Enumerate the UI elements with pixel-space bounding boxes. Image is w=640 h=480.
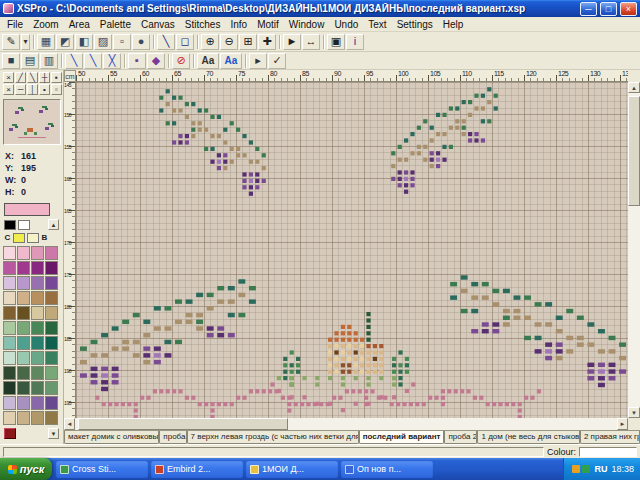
palette-swatch-47[interactable] xyxy=(31,411,44,425)
palette-swatch-23[interactable] xyxy=(31,321,44,335)
palette-swatch-27[interactable] xyxy=(31,336,44,350)
pencil-dropdown[interactable]: ▾ xyxy=(21,34,30,50)
mini-knot-stitch[interactable]: • xyxy=(39,84,50,95)
full-stitch-tool[interactable]: ▦ xyxy=(37,34,55,50)
menu-item-11[interactable]: Text xyxy=(363,19,391,30)
palette-swatch-32[interactable] xyxy=(45,351,58,365)
palette-swatch-41[interactable] xyxy=(3,396,16,410)
palette-swatch-24[interactable] xyxy=(45,321,58,335)
zoom-out-tool[interactable]: ⊖ xyxy=(220,34,238,50)
tab-7[interactable]: 2 правая них гр. xyxy=(580,431,640,444)
font-colored-button[interactable]: Aa xyxy=(220,53,242,69)
palette-swatch-8[interactable] xyxy=(45,261,58,275)
palette-swatch-17[interactable] xyxy=(3,306,16,320)
palette-swatch-37[interactable] xyxy=(3,381,16,395)
palette-swatch-18[interactable] xyxy=(17,306,30,320)
menu-item-4[interactable]: Palette xyxy=(95,19,136,30)
minimize-button[interactable]: ─ xyxy=(580,2,597,16)
scroll-right-button[interactable]: ► xyxy=(617,418,628,430)
tray-icon-1[interactable] xyxy=(572,465,580,473)
backstitch-thick-tool[interactable]: ╲ xyxy=(84,53,102,69)
grid-toggle[interactable]: ▣ xyxy=(327,34,345,50)
tab-2[interactable]: проба xyxy=(159,431,186,444)
check-tool[interactable]: ✓ xyxy=(268,53,286,69)
pan-tool[interactable]: ✚ xyxy=(258,34,276,50)
menu-item-8[interactable]: Motif xyxy=(252,19,284,30)
maximize-button[interactable]: □ xyxy=(600,2,617,16)
palette-swatch-3[interactable] xyxy=(31,246,44,260)
palette-mark-button[interactable] xyxy=(4,428,16,439)
palette-swatch-11[interactable] xyxy=(31,276,44,290)
mini-cross-variant[interactable]: × xyxy=(3,84,14,95)
palette-swatch-48[interactable] xyxy=(45,411,58,425)
menu-item-5[interactable]: Canvas xyxy=(136,19,180,30)
move-tool[interactable]: ↔ xyxy=(302,34,320,50)
mini-bead-stitch[interactable]: ▫ xyxy=(51,84,62,95)
erase-tool[interactable]: ◻ xyxy=(176,34,194,50)
palette-swatch-14[interactable] xyxy=(17,291,30,305)
menu-item-1[interactable]: File xyxy=(2,19,28,30)
palette-swatch-31[interactable] xyxy=(31,351,44,365)
horizontal-scrollbar[interactable]: ◄ ► xyxy=(64,418,628,430)
mini-back-stitch[interactable]: ┼ xyxy=(39,72,50,83)
palette-swatch-28[interactable] xyxy=(45,336,58,350)
scroll-left-button[interactable]: ◄ xyxy=(64,418,75,430)
palette-swatch-35[interactable] xyxy=(31,366,44,380)
palette-swatch-9[interactable] xyxy=(3,276,16,290)
palette-swatch-34[interactable] xyxy=(17,366,30,380)
backstitch-thin-tool[interactable]: ╲ xyxy=(65,53,83,69)
font-normal-button[interactable]: Aa xyxy=(197,53,219,69)
palette-swatch-1[interactable] xyxy=(3,246,16,260)
close-button[interactable]: × xyxy=(620,2,637,16)
selected-colour-swatch[interactable] xyxy=(4,203,50,216)
mini-full-stitch[interactable]: × xyxy=(3,72,14,83)
info-tool[interactable]: i xyxy=(346,34,364,50)
quarter-block-tool[interactable]: ▥ xyxy=(40,53,58,69)
palette-swatch-25[interactable] xyxy=(3,336,16,350)
vertical-scroll-thumb[interactable] xyxy=(628,96,640,206)
mini-vline-stitch[interactable]: │ xyxy=(27,84,38,95)
menu-item-2[interactable]: Zoom xyxy=(28,19,64,30)
palette-swatch-38[interactable] xyxy=(17,381,30,395)
palette-swatch-19[interactable] xyxy=(31,306,44,320)
backstitch-cross-tool[interactable]: ╳ xyxy=(103,53,121,69)
mini-hline-stitch[interactable]: ─ xyxy=(15,84,26,95)
menu-item-12[interactable]: Settings xyxy=(392,19,438,30)
mini-half-stitch[interactable]: ╱ xyxy=(15,72,26,83)
mini-petite-stitch[interactable]: ▪ xyxy=(51,72,62,83)
palette-swatch-4[interactable] xyxy=(45,246,58,260)
menu-item-9[interactable]: Window xyxy=(284,19,330,30)
palette-swatch-2[interactable] xyxy=(17,246,30,260)
line-tool[interactable]: ╲ xyxy=(157,34,175,50)
palette-swatch-33[interactable] xyxy=(3,366,16,380)
taskbar-item-2[interactable]: Embird 2... xyxy=(151,461,243,478)
tab-3[interactable]: 7 верхн левая гроздь (с частью них ветки… xyxy=(187,431,359,444)
palette-swatch-42[interactable] xyxy=(17,396,30,410)
white-swatch[interactable] xyxy=(18,220,30,230)
scroll-down-button[interactable]: ▼ xyxy=(628,407,640,418)
palette-swatch-16[interactable] xyxy=(45,291,58,305)
bead-small-tool[interactable]: ▪ xyxy=(128,53,146,69)
palette-swatch-10[interactable] xyxy=(17,276,30,290)
petite-stitch-tool[interactable]: ▫ xyxy=(113,34,131,50)
palette-swatch-6[interactable] xyxy=(17,261,30,275)
palette-swatch-7[interactable] xyxy=(31,261,44,275)
menu-item-3[interactable]: Area xyxy=(64,19,95,30)
pale-yellow-swatch[interactable] xyxy=(27,233,39,243)
palette-swatch-40[interactable] xyxy=(45,381,58,395)
palette-swatch-43[interactable] xyxy=(31,396,44,410)
menu-item-13[interactable]: Help xyxy=(438,19,469,30)
tab-1[interactable]: макет домик с оливковыми xyxy=(64,431,159,444)
palette-swatch-22[interactable] xyxy=(17,321,30,335)
mini-quarter-stitch[interactable]: ╲ xyxy=(27,72,38,83)
quarter-stitch-tool[interactable]: ◧ xyxy=(75,34,93,50)
tab-5[interactable]: проба 2 xyxy=(444,431,477,444)
palette-swatch-20[interactable] xyxy=(45,306,58,320)
tab-6[interactable]: 1 дом (не весь для стыковки) xyxy=(477,431,579,444)
menu-item-7[interactable]: Info xyxy=(225,19,252,30)
tab-4[interactable]: последний вариант xyxy=(359,431,445,444)
palette-swatch-30[interactable] xyxy=(17,351,30,365)
bead-large-tool[interactable]: ◆ xyxy=(147,53,165,69)
start-button[interactable]: пуск xyxy=(0,458,52,480)
delete-colour-tool[interactable]: ⊘ xyxy=(172,53,190,69)
